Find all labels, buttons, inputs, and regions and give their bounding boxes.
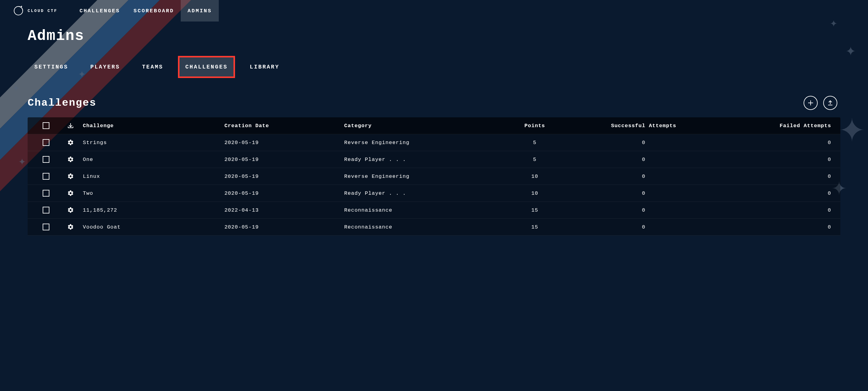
- cell-creation-date: 2020-05-19: [224, 157, 344, 163]
- cell-category: Ready Player . . .: [344, 157, 497, 163]
- cell-points: 15: [497, 207, 573, 213]
- cell-failed: 0: [715, 173, 834, 179]
- cell-category: Ready Player . . .: [344, 190, 497, 196]
- top-nav: CHALLENGESSCOREBOARDADMINS: [73, 0, 218, 22]
- cell-points: 5: [497, 157, 573, 163]
- subtab-library[interactable]: LIBRARY: [243, 57, 286, 77]
- upload-icon: [827, 100, 833, 106]
- row-settings-button[interactable]: [58, 156, 83, 163]
- topnav-item-scoreboard[interactable]: SCOREBOARD: [127, 0, 181, 22]
- cell-challenge: 11,185,272: [83, 207, 224, 213]
- challenges-table: Challenge Creation Date Category Points …: [28, 117, 840, 235]
- add-challenge-button[interactable]: [804, 96, 818, 110]
- cell-creation-date: 2022-04-13: [224, 207, 344, 213]
- logo-icon: [12, 5, 25, 17]
- gear-icon: [67, 207, 74, 214]
- col-points: Points: [497, 123, 573, 129]
- row-checkbox[interactable]: [43, 156, 50, 163]
- gear-icon: [67, 190, 74, 197]
- cell-successful: 0: [573, 157, 714, 163]
- row-checkbox[interactable]: [43, 207, 50, 214]
- gear-icon: [67, 156, 74, 163]
- col-failed: Failed Attempts: [715, 123, 834, 129]
- admin-subtabs: SETTINGSPLAYERSTEAMSCHALLENGESLIBRARY: [28, 57, 840, 77]
- select-all-checkbox[interactable]: [43, 122, 50, 129]
- top-nav-bar: CLOUD CTF CHALLENGESSCOREBOARDADMINS: [0, 0, 868, 22]
- col-creation-date: Creation Date: [224, 123, 344, 129]
- subtab-teams[interactable]: TEAMS: [135, 57, 170, 77]
- brand-name: CLOUD CTF: [28, 8, 57, 13]
- cell-creation-date: 2020-05-19: [224, 173, 344, 179]
- action-buttons: [804, 96, 837, 110]
- cell-challenge: Voodoo Goat: [83, 224, 224, 230]
- cell-successful: 0: [573, 190, 714, 196]
- cell-successful: 0: [573, 173, 714, 179]
- brand-logo[interactable]: CLOUD CTF: [12, 5, 57, 17]
- upload-challenge-button[interactable]: [823, 96, 837, 110]
- page-title: Admins: [28, 28, 840, 44]
- cell-failed: 0: [715, 190, 834, 196]
- gear-icon: [67, 173, 74, 180]
- cell-creation-date: 2020-05-19: [224, 190, 344, 196]
- cell-category: Reconnaissance: [344, 224, 497, 230]
- row-checkbox[interactable]: [43, 190, 50, 197]
- cell-failed: 0: [715, 157, 834, 163]
- cell-successful: 0: [573, 224, 714, 230]
- section-title: Challenges: [28, 97, 96, 109]
- table-row: Voodoo Goat2020-05-19Reconnaissance1500: [28, 219, 840, 235]
- cell-failed: 0: [715, 207, 834, 213]
- col-successful: Successful Attempts: [573, 123, 714, 129]
- row-settings-button[interactable]: [58, 207, 83, 214]
- subtab-settings[interactable]: SETTINGS: [28, 57, 75, 77]
- subtab-challenges[interactable]: CHALLENGES: [179, 57, 235, 77]
- download-icon: [67, 122, 74, 129]
- plus-icon: [808, 100, 814, 106]
- cell-challenge: Linux: [83, 173, 224, 179]
- cell-failed: 0: [715, 140, 834, 146]
- cell-failed: 0: [715, 224, 834, 230]
- cell-category: Reverse Engineering: [344, 173, 497, 179]
- table-row: Strings2020-05-19Reverse Engineering500: [28, 134, 840, 151]
- cell-challenge: Strings: [83, 140, 224, 146]
- cell-creation-date: 2020-05-19: [224, 224, 344, 230]
- cell-points: 10: [497, 173, 573, 179]
- table-header-row: Challenge Creation Date Category Points …: [28, 117, 840, 134]
- svg-point-1: [21, 6, 22, 7]
- cell-points: 10: [497, 190, 573, 196]
- gear-icon: [67, 224, 74, 230]
- cell-points: 5: [497, 140, 573, 146]
- section-header: Challenges: [28, 96, 840, 110]
- gear-icon: [67, 139, 74, 146]
- row-settings-button[interactable]: [58, 224, 83, 230]
- cell-creation-date: 2020-05-19: [224, 140, 344, 146]
- cell-challenge: One: [83, 157, 224, 163]
- row-settings-button[interactable]: [58, 139, 83, 146]
- cell-category: Reconnaissance: [344, 207, 497, 213]
- col-category: Category: [344, 123, 497, 129]
- row-settings-button[interactable]: [58, 190, 83, 197]
- table-row: Linux2020-05-19Reverse Engineering1000: [28, 168, 840, 185]
- row-checkbox[interactable]: [43, 224, 50, 230]
- table-row: Two2020-05-19Ready Player . . .1000: [28, 185, 840, 202]
- col-challenge: Challenge: [83, 123, 224, 129]
- subtab-players[interactable]: PLAYERS: [84, 57, 127, 77]
- topnav-item-challenges[interactable]: CHALLENGES: [73, 0, 127, 22]
- row-settings-button[interactable]: [58, 173, 83, 180]
- cell-points: 15: [497, 224, 573, 230]
- table-row: 11,185,2722022-04-13Reconnaissance1500: [28, 202, 840, 219]
- row-checkbox[interactable]: [43, 173, 50, 180]
- cell-challenge: Two: [83, 190, 224, 196]
- cell-successful: 0: [573, 140, 714, 146]
- cell-successful: 0: [573, 207, 714, 213]
- table-row: One2020-05-19Ready Player . . .500: [28, 151, 840, 168]
- cell-category: Reverse Engineering: [344, 140, 497, 146]
- row-checkbox[interactable]: [43, 139, 50, 146]
- download-column-header[interactable]: [58, 122, 83, 129]
- topnav-item-admins[interactable]: ADMINS: [181, 0, 218, 22]
